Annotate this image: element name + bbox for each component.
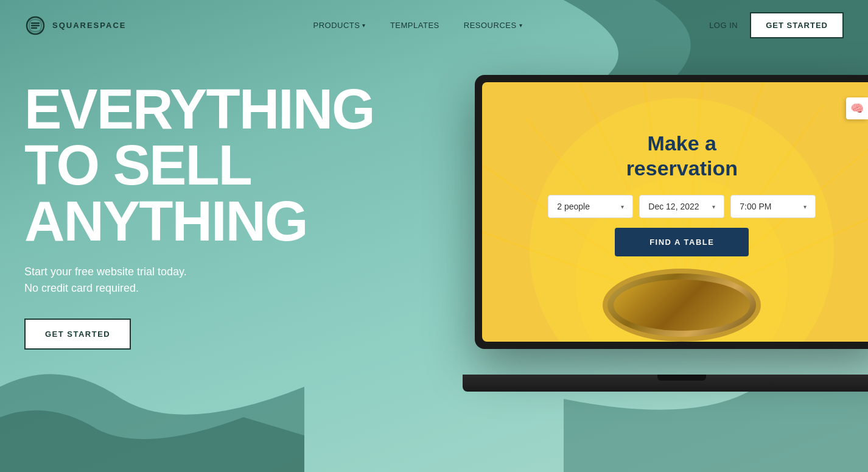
hero-section: EVERYTHING TO SELL ANYTHING Start your f… bbox=[0, 51, 868, 472]
reservation-title: Make a reservation bbox=[626, 131, 738, 181]
nav-links: PRODUCTS ▾ TEMPLATES RESOURCES ▾ bbox=[313, 21, 522, 30]
time-chevron-icon: ▾ bbox=[803, 203, 807, 210]
nav-resources-link[interactable]: RESOURCES ▾ bbox=[464, 21, 522, 30]
reservation-widget: Make a reservation 2 people ▾ Dec 1 bbox=[482, 131, 868, 257]
get-started-hero-button[interactable]: GET STARTED bbox=[24, 319, 131, 350]
squarespace-logo-text: SQUARESPACE bbox=[52, 21, 126, 30]
guests-chevron-icon: ▾ bbox=[621, 203, 624, 210]
plate-inner bbox=[614, 280, 750, 331]
hero-laptop-mockup: Make a reservation 2 people ▾ Dec 1 bbox=[475, 69, 868, 392]
guests-select[interactable]: 2 people ▾ bbox=[548, 195, 633, 218]
time-select[interactable]: 7:00 PM ▾ bbox=[730, 195, 816, 218]
laptop-screen: Make a reservation 2 people ▾ Dec 1 bbox=[482, 82, 868, 342]
date-select[interactable]: Dec 12, 2022 ▾ bbox=[639, 195, 724, 218]
find-table-button[interactable]: FIND A TABLE bbox=[615, 228, 749, 256]
chevron-down-icon: ▾ bbox=[362, 22, 366, 29]
hero-subtext: Start your free website trial today. No … bbox=[24, 264, 475, 297]
decorative-plate bbox=[590, 269, 773, 342]
laptop-wrapper: Make a reservation 2 people ▾ Dec 1 bbox=[475, 75, 868, 392]
laptop-body: Make a reservation 2 people ▾ Dec 1 bbox=[475, 75, 868, 349]
laptop-notch bbox=[657, 375, 706, 381]
plate-image bbox=[603, 269, 761, 342]
squarespace-logo-icon bbox=[24, 15, 46, 37]
hero-content: EVERYTHING TO SELL ANYTHING Start your f… bbox=[24, 69, 475, 350]
date-chevron-icon: ▾ bbox=[712, 203, 715, 210]
nav-templates-link[interactable]: TEMPLATES bbox=[390, 21, 439, 30]
nav-logo-area: SQUARESPACE bbox=[24, 15, 126, 37]
reservation-form: 2 people ▾ Dec 12, 2022 ▾ 7:00 PM bbox=[500, 195, 863, 218]
nav-products-link[interactable]: PRODUCTS ▾ bbox=[313, 21, 365, 30]
browser-extension-icon[interactable]: 🧠 bbox=[846, 97, 868, 119]
get-started-nav-button[interactable]: GET STARTED bbox=[750, 12, 844, 38]
chevron-down-icon: ▾ bbox=[519, 22, 523, 29]
navbar: SQUARESPACE PRODUCTS ▾ TEMPLATES RESOURC… bbox=[0, 0, 868, 51]
hero-heading: EVERYTHING TO SELL ANYTHING bbox=[24, 81, 475, 249]
laptop-base bbox=[463, 375, 868, 392]
login-button[interactable]: LOG IN bbox=[709, 21, 738, 30]
nav-actions: LOG IN GET STARTED bbox=[709, 12, 844, 38]
